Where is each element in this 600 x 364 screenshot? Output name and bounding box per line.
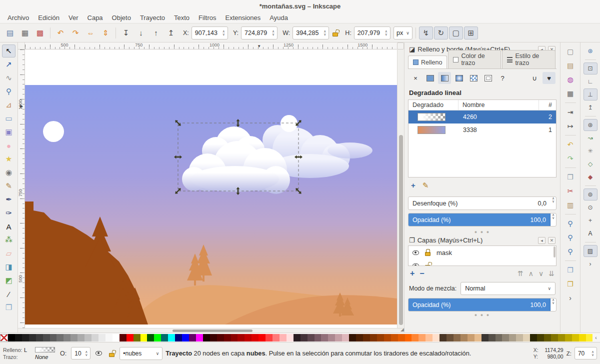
dock-shrink-button[interactable]: ◂ [538,237,546,244]
gradient-row[interactable]: 4260 2 [408,110,556,124]
lock-ratio-toggle[interactable] [330,26,340,40]
lower-to-bottom-button[interactable]: ↧ [119,26,133,40]
palette-swatch-77[interactable] [537,334,544,342]
horizontal-ruler[interactable]: 500 750 1000 1250 1500 ▼ [25,42,397,50]
dropper-tool[interactable]: ∕ [2,288,16,300]
palette-swatch-61[interactable] [426,334,432,342]
palette-swatch-45[interactable] [314,334,322,342]
palette-swatch-49[interactable] [342,334,349,342]
palette-swatch-78[interactable] [544,334,551,342]
palette-swatch-33[interactable] [231,334,238,342]
palette-swatch-36[interactable] [252,334,258,342]
palette-swatch-12[interactable] [84,334,92,342]
fill-swatch[interactable] [35,347,55,352]
palette-swatch-40[interactable] [280,334,286,342]
raise-layer-button[interactable]: ∧ [528,270,534,278]
layer-row[interactable] [408,259,556,266]
zoom-drawing-button[interactable]: ⚲ [564,231,578,244]
open-document-button[interactable]: ▤ [564,59,578,72]
palette-swatch-31[interactable] [217,334,224,342]
palette-swatch-46[interactable] [321,334,328,342]
lock-icon[interactable] [425,265,430,266]
transform-pattern-toggle[interactable]: ⊞ [464,26,478,40]
add-layer-button[interactable]: + [410,269,414,278]
palette-swatch-57[interactable] [398,334,405,342]
lock-icon[interactable] [425,252,430,256]
palette-swatch-15[interactable] [106,334,112,342]
palette-swatch-30[interactable] [210,334,217,342]
close-icon[interactable]: ✕ [548,237,556,244]
palette-swatch-82[interactable] [572,334,579,342]
import-button[interactable]: ⇥ [564,106,578,118]
tab-stroke-style[interactable]: Estilo de trazo [502,50,556,68]
palette-swatch-28[interactable] [196,334,203,342]
radial-gradient-button[interactable] [452,72,466,84]
titlebar[interactable]: *montañas.svg – Inkscape [0,0,600,12]
menu-item-9[interactable]: Ayuda [265,13,292,22]
palette-swatch-44[interactable] [308,334,314,342]
lower-button[interactable]: ↓ [134,26,148,40]
canvas-viewport[interactable] [25,50,397,328]
gradient-tool[interactable]: ◩ [2,274,16,287]
pencil-tool[interactable]: ✎ [2,180,16,192]
unknown-paint-button[interactable]: ? [496,72,509,84]
spiral-tool[interactable]: ◉ [2,166,16,179]
snap-smooth-nodes-toggle[interactable]: ◆ [584,171,598,183]
raise-to-top-button[interactable]: ↥ [164,26,178,40]
cut-button[interactable]: ✂ [564,184,578,198]
snap-text-baseline-toggle[interactable]: A [584,228,598,240]
y-input[interactable]: 724,879 ∧∨ [241,26,278,40]
rotate-cw-button[interactable]: ↷ [68,26,82,40]
clone-button[interactable]: ❐ [564,278,578,290]
ellipse-tool[interactable]: ● [2,139,16,152]
palette-swatch-38[interactable] [266,334,272,342]
palette-swatch-64[interactable] [446,334,454,342]
connector-tool[interactable]: ❐ [2,301,16,314]
layer-lock-toggle[interactable] [106,350,116,357]
snap-others-toggle[interactable]: ⊚ [584,188,598,200]
palette-swatch-47[interactable] [328,334,335,342]
palette-swatch-76[interactable] [530,334,537,342]
select-all-button[interactable]: ▤ [3,26,17,40]
palette-swatch-54[interactable] [377,334,384,342]
palette-swatch-50[interactable] [349,334,356,342]
snap-bbox-midpoints-toggle[interactable]: ↥ [584,102,598,114]
calligraphy-tool[interactable]: ✑ [2,206,16,220]
palette-swatch-42[interactable] [294,334,300,342]
snap-object-centers-toggle[interactable]: ⊙ [584,202,598,214]
eye-icon[interactable] [412,264,419,266]
palette-swatch-17[interactable] [120,334,126,342]
w-input[interactable]: 394,285 ∧∨ [292,26,329,40]
palette-swatch-60[interactable] [418,334,426,342]
palette-swatch-6[interactable] [43,334,50,342]
zoom-spin-buttons[interactable]: ∧∨ [590,350,596,356]
palette-swatch-24[interactable] [168,334,175,342]
palette-swatch-16[interactable] [112,334,120,342]
swatch-button[interactable] [482,72,494,84]
palette-swatch-13[interactable] [92,334,98,342]
palette-swatch-37[interactable] [258,334,266,342]
palette-swatch-48[interactable] [335,334,342,342]
palette-swatch-3[interactable] [22,334,29,342]
tab-stroke-color[interactable]: Color de trazo [448,50,501,68]
unit-select[interactable]: px ∨ [394,26,412,40]
remove-layer-button[interactable]: − [420,269,424,278]
pattern-button[interactable] [467,72,480,84]
horizontal-scrollbar[interactable]: ◢ [18,328,404,332]
h-spin-buttons[interactable]: ∧∨ [384,30,389,36]
palette-swatch-21[interactable] [147,334,154,342]
current-layer-select[interactable]: •nubes ∨ [120,347,162,360]
edit-gradient-button[interactable]: ✎ [422,181,429,190]
paint-bucket-tool[interactable]: ◨ [2,260,16,274]
eye-icon[interactable] [412,250,419,255]
palette-swatch-73[interactable] [509,334,516,342]
resize-grip-icon[interactable]: ◢ [400,327,404,332]
y-spin-buttons[interactable]: ∧∨ [270,30,276,36]
snap-expander[interactable]: › [584,258,598,270]
flat-color-button[interactable] [424,72,436,84]
menu-item-0[interactable]: Archivo [3,13,34,22]
palette-swatch-18[interactable] [126,334,134,342]
palette-swatch-65[interactable] [454,334,460,342]
raise-button[interactable]: ↑ [149,26,163,40]
snap-page-border-toggle[interactable]: ▨ [584,245,598,257]
